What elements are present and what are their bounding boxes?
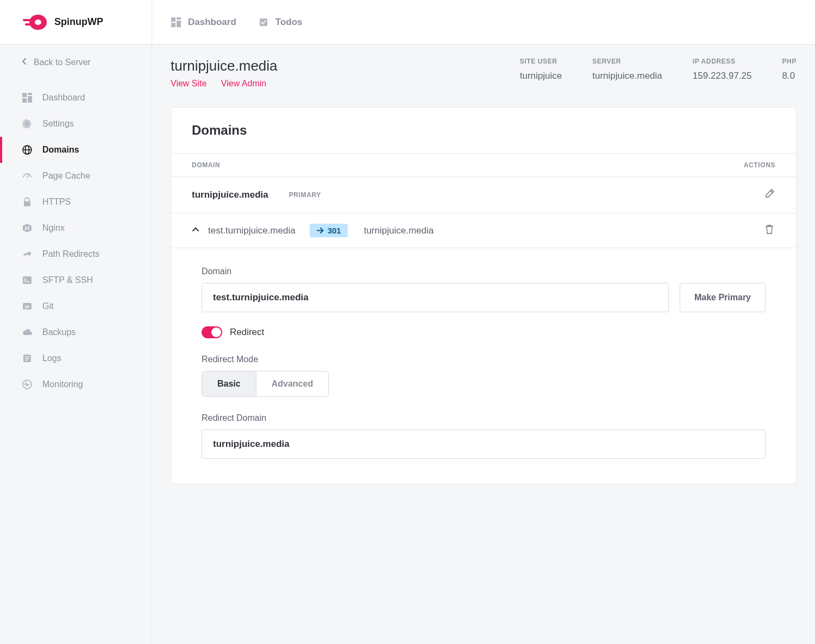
activity-icon — [22, 379, 33, 390]
svg-rect-1 — [23, 19, 32, 21]
site-meta: SITE USER turnipjuice SERVER turnipjuice… — [520, 58, 797, 81]
sidebar-item-domains[interactable]: Domains — [0, 137, 152, 163]
nginx-icon — [22, 223, 33, 233]
main-content: Dashboard Todos turnipjuice.media View S… — [152, 0, 815, 644]
logo-icon — [22, 14, 48, 31]
sidebar-nav: Dashboard Settings Domains Page Cache HT… — [0, 80, 152, 397]
redirect-code: 301 — [328, 226, 341, 235]
sidebar-item-sftp-ssh[interactable]: SFTP & SSH — [0, 267, 152, 293]
svg-line-12 — [27, 175, 29, 178]
cloud-icon — [22, 327, 33, 338]
meta-label-site-user: SITE USER — [520, 58, 562, 65]
globe-icon — [22, 144, 33, 155]
svg-rect-24 — [177, 21, 181, 27]
redirect-mode-segmented: Basic Advanced — [202, 371, 329, 397]
back-to-server-link[interactable]: Back to Server — [0, 45, 152, 80]
sidebar-item-label: HTTPS — [42, 197, 71, 207]
svg-rect-25 — [171, 23, 175, 27]
card-title: Domains — [192, 123, 775, 138]
view-site-link[interactable]: View Site — [171, 79, 206, 88]
sidebar-item-label: Git — [42, 301, 53, 311]
dashboard-icon — [22, 92, 33, 103]
topbar-label: Dashboard — [188, 17, 236, 28]
sidebar-item-label: Dashboard — [42, 93, 85, 103]
topbar-todos[interactable]: Todos — [258, 17, 303, 28]
site-header: turnipjuice.media View Site View Admin S… — [152, 45, 815, 107]
dashboard-icon — [171, 17, 181, 28]
redirect-icon — [22, 249, 33, 260]
domain-field-label: Domain — [202, 267, 766, 276]
mode-advanced-button[interactable]: Advanced — [256, 371, 328, 396]
sidebar-item-label: SFTP & SSH — [42, 275, 93, 285]
topbar-dashboard[interactable]: Dashboard — [171, 17, 236, 28]
edit-panel: Domain Make Primary Redirect Redirect Mo… — [171, 248, 796, 484]
svg-rect-14 — [23, 276, 32, 284]
sidebar-item-label: Path Redirects — [42, 249, 99, 259]
svg-rect-2 — [25, 23, 33, 26]
svg-rect-23 — [177, 17, 181, 20]
meta-label-php: PHP — [782, 58, 797, 65]
topbar: Dashboard Todos — [152, 0, 815, 45]
redirect-domain-label: Redirect Domain — [202, 413, 766, 423]
topbar-label: Todos — [275, 17, 303, 28]
meta-value-php: 8.0 — [782, 71, 797, 81]
meta-label-ip: IP ADDRESS — [693, 58, 752, 65]
redirect-mode-label: Redirect Mode — [202, 355, 766, 364]
sidebar-item-logs[interactable]: Logs — [0, 345, 152, 371]
table-header: DOMAIN ACTIONS — [171, 153, 796, 177]
domain-row-redirect: test.turnipjuice.media 301 turnipjuice.m… — [171, 213, 796, 248]
redirect-toggle[interactable] — [202, 326, 222, 338]
sidebar-item-label: Logs — [42, 353, 61, 363]
view-admin-link[interactable]: View Admin — [221, 79, 266, 88]
logo-text: SpinupWP — [54, 16, 103, 28]
sidebar: SpinupWP Back to Server Dashboard Settin… — [0, 0, 152, 644]
svg-rect-6 — [28, 96, 32, 103]
sidebar-item-https[interactable]: HTTPS — [0, 189, 152, 215]
svg-rect-13 — [24, 201, 30, 206]
redirect-domain-input[interactable] — [202, 430, 766, 459]
make-primary-button[interactable]: Make Primary — [680, 283, 766, 312]
svg-point-3 — [35, 20, 41, 25]
chevron-left-icon — [22, 58, 27, 67]
sidebar-item-backups[interactable]: Backups — [0, 319, 152, 345]
todos-icon — [258, 17, 269, 28]
sidebar-item-git[interactable]: git Git — [0, 293, 152, 319]
back-link-label: Back to Server — [34, 58, 91, 67]
meta-value-server: turnipjuice.media — [592, 71, 662, 81]
terminal-icon — [22, 275, 33, 286]
domain-input[interactable] — [202, 283, 669, 312]
mode-basic-button[interactable]: Basic — [202, 371, 256, 396]
git-icon: git — [22, 301, 33, 312]
svg-text:git: git — [25, 305, 30, 309]
svg-rect-7 — [22, 98, 27, 103]
sidebar-item-label: Monitoring — [42, 380, 83, 389]
logs-icon — [22, 353, 33, 364]
primary-badge: PRIMARY — [289, 191, 321, 199]
gauge-icon — [22, 171, 33, 181]
sidebar-item-page-cache[interactable]: Page Cache — [0, 163, 152, 189]
redirect-target: turnipjuice.media — [364, 225, 434, 236]
gear-icon — [22, 118, 33, 129]
sidebar-item-label: Page Cache — [42, 171, 90, 181]
edit-domain-button[interactable] — [763, 188, 775, 202]
redirect-source: test.turnipjuice.media — [208, 225, 296, 236]
domains-card: Domains DOMAIN ACTIONS turnipjuice.media… — [171, 107, 797, 484]
chevron-up-icon[interactable] — [192, 225, 199, 236]
site-title: turnipjuice.media — [171, 58, 278, 74]
lock-icon — [22, 197, 33, 207]
delete-domain-button[interactable] — [763, 223, 775, 238]
domain-name: turnipjuice.media — [192, 190, 268, 200]
sidebar-item-label: Backups — [42, 327, 76, 337]
sidebar-item-path-redirects[interactable]: Path Redirects — [0, 241, 152, 267]
sidebar-item-monitoring[interactable]: Monitoring — [0, 371, 152, 397]
col-domain: DOMAIN — [192, 161, 220, 169]
sidebar-item-dashboard[interactable]: Dashboard — [0, 85, 152, 111]
svg-rect-22 — [171, 17, 175, 22]
domain-row-primary: turnipjuice.media PRIMARY — [171, 177, 796, 213]
sidebar-item-settings[interactable]: Settings — [0, 111, 152, 137]
redirect-toggle-label: Redirect — [230, 327, 264, 338]
sidebar-item-nginx[interactable]: Nginx — [0, 215, 152, 241]
meta-value-site-user: turnipjuice — [520, 71, 562, 81]
col-actions: ACTIONS — [744, 161, 775, 169]
logo[interactable]: SpinupWP — [0, 0, 152, 45]
